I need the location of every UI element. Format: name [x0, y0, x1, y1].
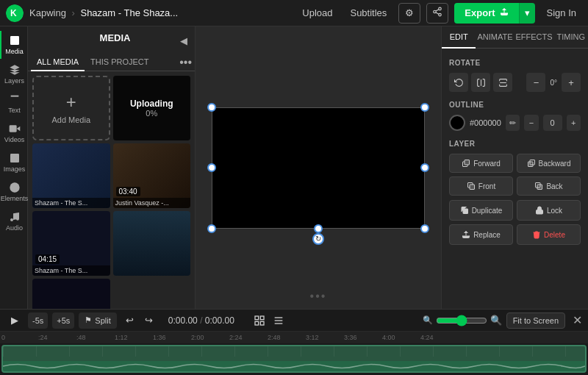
- tab-animate[interactable]: ANIMATE: [476, 26, 514, 49]
- share-button[interactable]: [426, 3, 448, 24]
- media-thumb-shazam2[interactable]: 04:15 Shazam - The S...: [32, 211, 110, 276]
- rotate-controls: − 0° +: [449, 73, 581, 92]
- replace-button[interactable]: Replace: [449, 224, 513, 245]
- sidebar-item-layers[interactable]: Layers: [0, 60, 27, 88]
- svg-text:K: K: [10, 8, 17, 18]
- tab-timing[interactable]: TIMING: [554, 26, 588, 49]
- skip-fwd-button[interactable]: +5s: [52, 312, 74, 329]
- rotate-minus-button[interactable]: −: [526, 73, 545, 92]
- settings-button[interactable]: ⚙: [398, 3, 420, 24]
- tab-all-media[interactable]: ALL MEDIA: [31, 54, 85, 71]
- rotation-value: 0°: [548, 79, 559, 87]
- media-thumb-shazam1[interactable]: Shazam - The S...: [32, 143, 110, 208]
- sidebar-item-images[interactable]: Images: [0, 149, 27, 176]
- sidebar-item-elements[interactable]: Elements: [0, 178, 27, 206]
- signin-button[interactable]: Sign In: [541, 4, 582, 21]
- fit-to-screen-button[interactable]: Fit to Screen: [506, 312, 565, 329]
- gear-icon: ⚙: [405, 7, 414, 18]
- resize-handle[interactable]: [270, 312, 287, 329]
- svg-rect-14: [9, 125, 16, 132]
- delete-button[interactable]: Delete: [517, 224, 581, 245]
- handle-bot-left[interactable]: [207, 224, 216, 233]
- svg-rect-37: [255, 321, 259, 325]
- uploading-thumbnail[interactable]: Uploading 0%: [113, 76, 191, 140]
- duplicate-button[interactable]: Duplicate: [449, 200, 513, 221]
- uploading-text: Uploading: [130, 99, 173, 109]
- breadcrumb: Kapwing › Shazam - The Shaza...: [29, 7, 290, 18]
- media-thumb-dark[interactable]: [32, 279, 110, 309]
- handle-mid-right[interactable]: [420, 163, 429, 172]
- flip-v-button[interactable]: [493, 73, 512, 92]
- flip-h-button[interactable]: [471, 73, 490, 92]
- film-strip: [3, 346, 585, 357]
- handle-bot-right[interactable]: [420, 224, 429, 233]
- handle-bot-center[interactable]: [314, 224, 323, 233]
- skip-fwd-icon: +5s: [57, 316, 70, 325]
- outline-minus-button[interactable]: −: [524, 115, 538, 131]
- skip-back-button[interactable]: -5s: [28, 312, 48, 329]
- back-button[interactable]: Back: [517, 176, 581, 196]
- outline-value-input[interactable]: [543, 115, 562, 131]
- tab-this-project[interactable]: THIS PROJECT: [85, 54, 154, 71]
- sidebar-icons: Media Layers Text Videos Images Elements…: [0, 26, 28, 309]
- svg-point-4: [439, 13, 442, 16]
- subtitles-button[interactable]: Subtitles: [344, 4, 392, 21]
- canvas-content: ↻: [212, 107, 425, 229]
- rotate-handle[interactable]: ↻: [312, 233, 324, 245]
- upload-overlay: Uploading 0%: [113, 76, 191, 140]
- export-button[interactable]: Export: [454, 3, 518, 24]
- current-time: 0:00.00 / 0:00.00: [168, 315, 234, 326]
- edit-color-button[interactable]: ✏: [506, 115, 520, 131]
- view-mode-button[interactable]: [251, 312, 268, 329]
- add-media-button[interactable]: + Add Media: [32, 76, 110, 140]
- outline-color-label: #000000: [470, 118, 501, 127]
- outline-plus-button[interactable]: +: [567, 115, 581, 131]
- front-button[interactable]: Front: [449, 176, 513, 196]
- outline-section-title: OUTLINE: [449, 101, 581, 109]
- thumb-title: Shazam - The S...: [32, 265, 110, 276]
- lock-button[interactable]: Lock: [517, 200, 581, 221]
- close-timeline-button[interactable]: ✕: [573, 313, 582, 327]
- zoom-in-icon: 🔍: [490, 315, 502, 326]
- sidebar-item-text[interactable]: Text: [0, 90, 27, 118]
- layer-section: LAYER Forward Backward Front: [449, 140, 581, 245]
- sidebar-item-videos[interactable]: Videos: [0, 119, 27, 147]
- tab-effects[interactable]: EFFECTS: [514, 26, 553, 49]
- split-button[interactable]: ⚑ Split: [79, 312, 116, 329]
- handle-top-right[interactable]: [420, 103, 429, 112]
- ruler-mark-1: :24: [38, 334, 48, 341]
- main-track[interactable]: [1, 345, 587, 373]
- zoom-slider[interactable]: [436, 315, 487, 326]
- redo-button[interactable]: ↪: [140, 312, 158, 329]
- media-thumb-justin[interactable]: 03:40 Justin Vasquez -...: [113, 143, 191, 208]
- svg-rect-32: [536, 210, 542, 215]
- backward-button[interactable]: Backward: [517, 154, 581, 173]
- outline-controls: #000000 ✏ − +: [449, 115, 581, 131]
- forward-button[interactable]: Forward: [449, 154, 513, 173]
- handle-mid-left[interactable]: [207, 163, 216, 172]
- canvas-area[interactable]: ↻ •••: [196, 26, 441, 309]
- svg-rect-28: [470, 185, 475, 190]
- rotate-ccw-button[interactable]: [449, 73, 468, 92]
- sidebar-item-audio[interactable]: Audio: [0, 207, 27, 235]
- layer-grid: Forward Backward Front Back: [449, 154, 581, 196]
- outline-color-swatch[interactable]: [449, 115, 465, 131]
- handle-top-left[interactable]: [207, 103, 216, 112]
- ruler-mark-6: 2:24: [229, 334, 243, 341]
- tab-edit[interactable]: EDIT: [442, 26, 476, 49]
- upload-button[interactable]: Upload: [296, 4, 338, 21]
- timeline: ▶ -5s +5s ⚑ Split ↩ ↪ 0:00.00 / 0:00.00: [0, 309, 588, 375]
- play-button[interactable]: ▶: [6, 312, 24, 329]
- undo-button[interactable]: ↩: [121, 312, 139, 329]
- export-dropdown-button[interactable]: ▾: [519, 3, 535, 24]
- canvas-dots: •••: [310, 290, 327, 303]
- more-options-button[interactable]: •••: [179, 56, 192, 69]
- collapse-panel-button[interactable]: ◀: [180, 35, 187, 46]
- ruler-mark-5: 2:00: [191, 334, 204, 341]
- ruler-mark-3: 1:12: [115, 334, 128, 341]
- timeline-track-area[interactable]: [0, 343, 588, 375]
- sidebar-item-media[interactable]: Media: [0, 31, 27, 59]
- media-thumb-city[interactable]: [113, 211, 191, 276]
- rotate-plus-button[interactable]: +: [562, 73, 581, 92]
- rotate-section-title: ROTATE: [449, 59, 581, 67]
